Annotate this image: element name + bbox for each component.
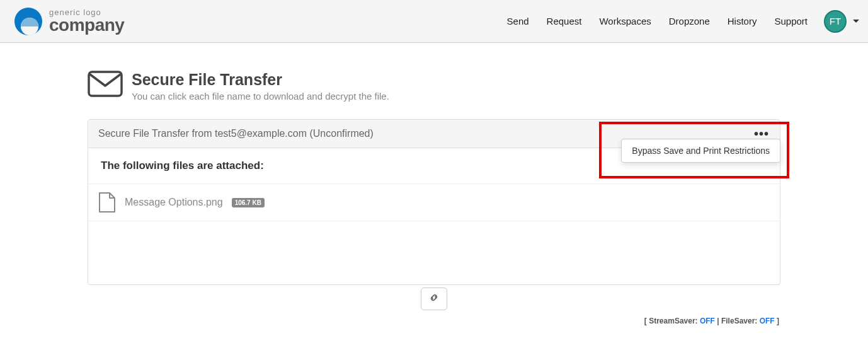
page-title-text: Secure File Transfer You can click each … (132, 71, 389, 102)
nav-send[interactable]: Send (498, 16, 538, 26)
logo-area: generic logo company (13, 6, 124, 37)
more-dropdown: Bypass Save and Print Restrictions (621, 139, 780, 163)
filesaver-label: FileSaver: (721, 317, 760, 325)
page-title-row: Secure File Transfer You can click each … (88, 71, 780, 102)
file-name: Message Options.png (125, 197, 223, 208)
page-subtitle: You can click each file name to download… (132, 91, 389, 102)
top-header: generic logo company Send Request Worksp… (0, 0, 868, 43)
file-row[interactable]: Message Options.png 106.7 KB (88, 184, 780, 221)
status-sep: | (715, 317, 721, 325)
nav-request[interactable]: Request (538, 16, 591, 26)
panel-body (88, 221, 780, 284)
svg-rect-2 (89, 72, 122, 96)
nav-history[interactable]: History (719, 16, 766, 26)
link-button[interactable] (421, 288, 447, 310)
page-title: Secure File Transfer (132, 71, 389, 89)
user-menu[interactable]: FT (824, 10, 859, 33)
filesaver-value[interactable]: OFF (760, 317, 775, 325)
streamsaver-label: StreamSaver: (649, 317, 700, 325)
logo-bottom-text: company (49, 16, 124, 34)
main-nav: Send Request Workspaces Dropzone History… (498, 10, 859, 33)
logo-text: generic logo company (49, 8, 124, 34)
avatar: FT (824, 10, 847, 33)
avatar-initials: FT (830, 16, 841, 26)
nav-support[interactable]: Support (765, 16, 816, 26)
streamsaver-value[interactable]: OFF (700, 317, 715, 325)
file-icon (98, 192, 116, 213)
nav-dropzone[interactable]: Dropzone (660, 16, 719, 26)
link-button-row (88, 285, 780, 314)
status-suffix: ] (775, 317, 779, 325)
envelope-icon (88, 71, 123, 97)
file-size-badge: 106.7 KB (232, 198, 265, 207)
chevron-down-icon (853, 20, 859, 23)
status-line: [ StreamSaver: OFF | FileSaver: OFF ] (88, 314, 780, 325)
main-content: Secure File Transfer You can click each … (88, 43, 780, 325)
company-logo-icon (13, 6, 44, 37)
link-icon (428, 292, 440, 306)
nav-workspaces[interactable]: Workspaces (590, 16, 660, 26)
bypass-menu-item[interactable]: Bypass Save and Print Restrictions (622, 139, 780, 162)
